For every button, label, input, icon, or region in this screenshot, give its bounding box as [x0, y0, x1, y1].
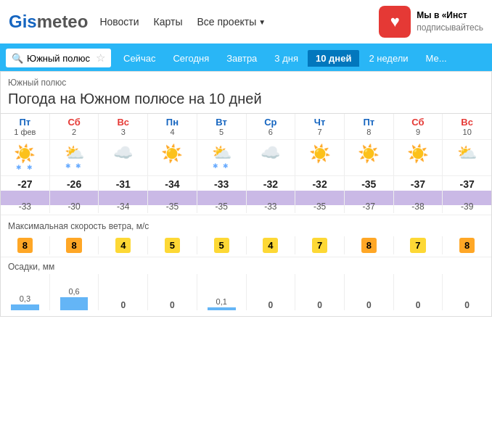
nav-bar: Новости Карты Все проекты ▼ — [99, 16, 266, 28]
precip-section-label: Осадки, мм — [1, 257, 491, 274]
weather-icon-5: ☁️ — [247, 144, 295, 162]
precip-zero-7: 0 — [366, 300, 372, 310]
day-name-0: Пт — [1, 117, 49, 128]
snow-dots-1: ✱ ✱ — [51, 162, 98, 170]
temp-high-2: -31 — [99, 178, 147, 190]
weather-icon-2: ☁️ — [99, 144, 147, 162]
search-tabs-bar: 🔍 ☆ Сейчас Сегодня Завтра 3 дня 10 дней … — [0, 45, 492, 71]
icon-cell-8: ☀️ — [394, 140, 443, 175]
tab-10days[interactable]: 10 дней — [308, 50, 359, 67]
icon-cell-0: ☀️ ✱ ✱ — [1, 140, 50, 175]
chevron-down-icon: ▼ — [258, 18, 266, 26]
instagram-title: Мы в «Инст — [417, 9, 483, 22]
nav-maps[interactable]: Карты — [154, 16, 183, 28]
weather-icon-0: ☀️ — [1, 144, 49, 164]
day-name-3: Пн — [149, 117, 196, 128]
precip-cell-2: 0 — [99, 274, 148, 310]
day-name-2: Вс — [99, 117, 147, 128]
precip-cell-0: 0,3 — [1, 274, 50, 310]
tab-tomorrow[interactable]: Завтра — [218, 50, 265, 67]
weather-icon-1: ⛅ — [51, 144, 98, 162]
heart-icon: ♥ — [379, 6, 411, 38]
weather-icon-3: ☀️ — [149, 144, 196, 164]
icon-cell-6: ☀️ — [295, 140, 345, 175]
tabs-container: Сейчас Сегодня Завтра 3 дня 10 дней 2 не… — [115, 50, 455, 67]
logo[interactable]: Gismeteo — [9, 12, 88, 32]
day-col-2: Вс 3 — [99, 114, 148, 139]
day-col-0: Пт 1 фев — [1, 114, 50, 139]
temp-high-8: -37 — [395, 178, 442, 190]
breadcrumb: Южный полюс — [1, 72, 491, 89]
precip-cell-7: 0 — [345, 274, 394, 310]
precip-val-1: 0,6 — [68, 287, 79, 296]
wind-badge-0: 8 — [17, 238, 33, 253]
wind-badge-7: 8 — [361, 238, 377, 253]
search-input[interactable] — [27, 53, 92, 64]
temp-high-0: -27 — [1, 178, 49, 190]
day-name-8: Сб — [395, 117, 442, 128]
temp-col-8: -37 -38 — [394, 176, 443, 213]
precip-bar-4 — [208, 307, 236, 310]
snow-dots-0: ✱ ✱ — [1, 164, 49, 171]
temps-row: -27 -33 -26 -30 -31 -34 -34 -35 -33 -35 … — [1, 176, 491, 213]
days-header-row: Пт 1 фев Сб 2 Вс 3 Пн 4 Вт 5 Ср 6 Чт 7 П… — [1, 113, 491, 140]
day-name-5: Ср — [247, 117, 295, 128]
day-name-6: Чт — [296, 117, 343, 128]
day-col-8: Сб 9 — [394, 114, 443, 139]
temp-high-7: -35 — [345, 178, 393, 190]
wind-badge-1: 8 — [66, 238, 81, 253]
temp-col-7: -35 -37 — [345, 176, 394, 213]
day-date-0: 1 фев — [1, 128, 49, 136]
temp-high-9: -37 — [443, 178, 491, 190]
day-col-7: Пт 8 — [345, 114, 394, 139]
wind-cell-3: 5 — [148, 236, 197, 254]
precip-zero-2: 0 — [120, 300, 126, 310]
day-col-4: Вт 5 — [197, 114, 247, 139]
nav-news[interactable]: Новости — [99, 16, 139, 28]
wind-badge-6: 7 — [312, 238, 327, 253]
day-name-1: Сб — [51, 117, 98, 128]
weather-icon-6: ☀️ — [296, 144, 343, 164]
wind-cell-2: 4 — [99, 236, 148, 254]
star-icon[interactable]: ☆ — [96, 51, 105, 65]
day-date-1: 2 — [51, 128, 98, 136]
temp-low-2: -34 — [99, 202, 147, 212]
precip-row: 0,3 0,6 0 0 0,1 0 0 0 0 0 — [1, 274, 491, 316]
wind-badge-4: 5 — [214, 238, 229, 253]
search-box[interactable]: 🔍 ☆ — [6, 49, 111, 67]
temp-low-5: -33 — [247, 202, 295, 212]
temp-low-9: -39 — [443, 202, 491, 212]
tab-2weeks[interactable]: 2 недели — [361, 50, 416, 67]
icons-row: ☀️ ✱ ✱ ⛅ ✱ ✱ ☁️ ☀️ ⛅ ✱ ✱ ☁️ ☀️ ☀️ — [1, 140, 491, 176]
tab-month[interactable]: Ме... — [418, 50, 455, 67]
icon-cell-4: ⛅ ✱ ✱ — [197, 140, 247, 175]
nav-projects[interactable]: Все проекты ▼ — [197, 16, 266, 28]
wind-badge-8: 7 — [410, 238, 425, 253]
wind-cell-0: 8 — [1, 236, 50, 254]
precip-zero-8: 0 — [416, 300, 421, 310]
day-col-6: Чт 7 — [295, 114, 345, 139]
icon-cell-1: ⛅ ✱ ✱ — [50, 140, 99, 175]
wind-cell-4: 5 — [197, 236, 247, 254]
temp-col-5: -32 -33 — [247, 176, 296, 213]
temp-high-4: -33 — [198, 178, 245, 190]
temp-high-3: -34 — [149, 178, 196, 190]
precip-cell-8: 0 — [394, 274, 443, 310]
instagram-promo[interactable]: ♥ Мы в «Инст подписывайтесь — [379, 6, 483, 38]
wind-badge-2: 4 — [115, 238, 131, 253]
temp-low-0: -33 — [1, 202, 49, 212]
wind-cell-9: 8 — [443, 236, 491, 254]
temp-col-4: -33 -35 — [197, 176, 247, 213]
wind-cell-6: 7 — [295, 236, 345, 254]
tab-3days[interactable]: 3 дня — [266, 50, 306, 67]
tab-today[interactable]: Сегодня — [165, 50, 217, 67]
tab-now[interactable]: Сейчас — [115, 50, 163, 67]
temp-col-9: -37 -39 — [443, 176, 491, 213]
temp-col-0: -27 -33 — [1, 176, 50, 213]
temperature-section: -27 -33 -26 -30 -31 -34 -34 -35 -33 -35 … — [1, 176, 491, 215]
precip-cell-4: 0,1 — [197, 274, 247, 310]
temp-col-6: -32 -35 — [295, 176, 345, 213]
day-date-8: 9 — [395, 128, 442, 136]
wind-cell-8: 7 — [394, 236, 443, 254]
temp-low-7: -37 — [345, 202, 393, 212]
